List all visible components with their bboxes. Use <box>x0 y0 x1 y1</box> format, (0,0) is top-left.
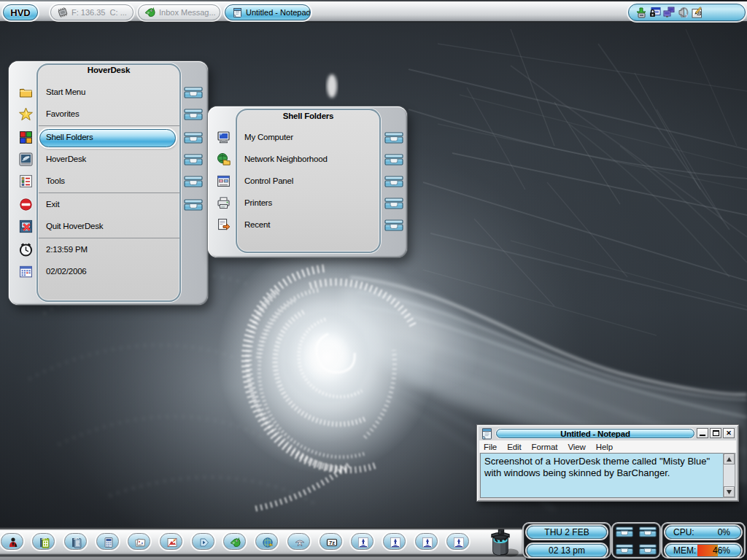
svg-text:7z: 7z <box>329 539 335 545</box>
